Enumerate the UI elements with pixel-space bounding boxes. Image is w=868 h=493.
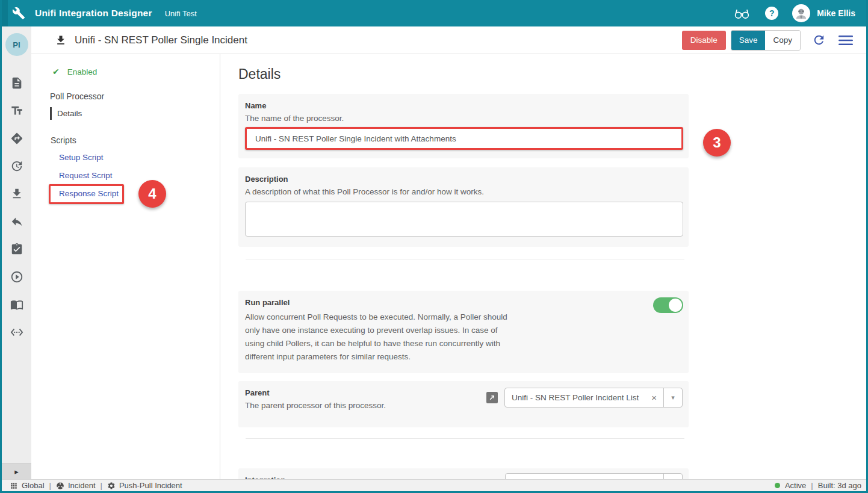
hamburger-menu-icon[interactable] — [838, 34, 854, 46]
disable-button[interactable]: Disable — [682, 31, 726, 50]
incident-icon — [56, 482, 64, 490]
toggle-knob — [669, 299, 682, 312]
integration-avatar[interactable]: PI — [5, 33, 28, 56]
section-divider — [246, 438, 684, 439]
nav-section-poll-processor: Poll Processor — [50, 91, 104, 101]
download-icon[interactable] — [10, 187, 23, 200]
directions-icon[interactable] — [10, 132, 23, 145]
collapse-arrow-icon: ▸ — [14, 467, 19, 476]
nav-item-setup-script[interactable]: Setup Script — [59, 153, 104, 162]
gear-icon — [107, 482, 116, 490]
active-indicator-bar — [50, 107, 52, 120]
poller-download-icon — [55, 34, 67, 46]
wrench-logo-icon — [12, 7, 25, 20]
glasses-icon[interactable] — [733, 5, 751, 21]
save-button[interactable]: Save — [731, 31, 766, 50]
header-left-strip — [2, 0, 8, 26]
section-divider — [246, 259, 684, 259]
separator: | — [49, 481, 51, 490]
history-update-icon[interactable] — [10, 160, 23, 173]
unifi-integration-designer-window: Unifi Integration Designer Unifi Test ? — [0, 0, 868, 493]
integration-select[interactable]: ▾ — [505, 473, 683, 479]
play-circle-icon[interactable] — [10, 270, 23, 284]
description-textarea[interactable] — [245, 202, 683, 237]
enabled-label: Enabled — [67, 67, 98, 76]
field-card-parent: Parent The parent processor of this proc… — [238, 381, 689, 427]
field-card-name: Name The name of the processor. — [238, 94, 689, 158]
clear-icon[interactable]: × — [651, 392, 657, 403]
nav-section-scripts: Scripts — [51, 135, 76, 145]
app-subtitle: Unifi Test — [165, 9, 197, 18]
code-icon[interactable] — [10, 326, 23, 339]
user-name[interactable]: Mike Ellis — [817, 8, 855, 18]
app-title: Unifi Integration Designer — [35, 8, 152, 19]
copy-button[interactable]: Copy — [765, 31, 800, 50]
separator: | — [811, 481, 813, 490]
reply-icon[interactable] — [10, 215, 23, 228]
main-panel: Details Name The name of the processor. … — [221, 54, 866, 479]
annotation-box-name-input — [245, 127, 683, 150]
scope-global[interactable]: Global — [10, 481, 45, 490]
field-card-run-parallel: Run parallel Allow concurrent Poll Reque… — [238, 291, 689, 373]
run-parallel-description: Allow concurrent Poll Requests to be exe… — [245, 311, 519, 364]
apps-grid-icon — [10, 482, 18, 490]
caret-down-icon[interactable]: ▾ — [663, 388, 682, 407]
scope-incident[interactable]: Incident — [56, 481, 96, 490]
page-title: Details — [238, 66, 866, 82]
name-label: Name — [245, 101, 683, 110]
nav-panel: ✔ Enabled Poll Processor Details Scripts… — [31, 54, 220, 479]
annotation-step-3: 3 — [703, 129, 731, 157]
book-icon[interactable] — [10, 298, 23, 311]
name-description: The name of the processor. — [245, 114, 683, 123]
annotation-step-4: 4 — [138, 180, 166, 208]
scope-push-pull-incident[interactable]: Push-Pull Incident — [107, 481, 182, 490]
parent-value: Unifi - SN REST Poller Incident List — [512, 393, 639, 402]
sidebar-collapse-button[interactable]: ▸ — [2, 463, 31, 479]
description-label: Description — [245, 175, 683, 184]
active-status-dot — [775, 483, 780, 488]
annotation-box-response-script — [49, 184, 124, 204]
app-header: Unifi Integration Designer Unifi Test ? — [2, 0, 866, 26]
open-record-icon[interactable] — [486, 392, 498, 403]
status-bar: Global | Incident | Push-Pull Incident A… — [2, 479, 866, 491]
caret-down-icon[interactable]: ▾ — [663, 474, 682, 479]
parent-select[interactable]: Unifi - SN REST Poller Incident List × ▾ — [504, 388, 683, 408]
document-toolbar: Unifi - SN REST Poller Single Incident D… — [31, 26, 866, 54]
refresh-icon[interactable] — [812, 33, 826, 47]
field-card-integration: Integration ▾ — [238, 468, 689, 479]
tasks-check-icon[interactable] — [10, 243, 23, 256]
icon-sidebar: PI ▸ — [2, 26, 31, 479]
active-label: Active — [785, 481, 806, 490]
check-icon: ✔ — [52, 67, 60, 76]
built-label: Built: 3d ago — [818, 481, 861, 490]
text-fields-icon[interactable] — [10, 104, 23, 117]
nav-item-request-script[interactable]: Request Script — [59, 171, 113, 180]
document-icon[interactable] — [10, 76, 23, 90]
integration-value — [506, 474, 663, 479]
enabled-status[interactable]: ✔ Enabled — [52, 67, 97, 76]
user-avatar[interactable] — [792, 4, 810, 22]
name-input[interactable] — [247, 129, 681, 148]
description-description: A description of what this Poll Processo… — [245, 187, 683, 196]
field-card-description: Description A description of what this P… — [238, 167, 689, 247]
nav-item-details[interactable]: Details — [50, 107, 82, 120]
separator: | — [101, 481, 102, 490]
run-parallel-toggle[interactable] — [653, 297, 683, 313]
help-icon[interactable]: ? — [765, 7, 778, 20]
document-title: Unifi - SN REST Poller Single Incident — [75, 34, 247, 46]
run-parallel-label: Run parallel — [245, 298, 683, 307]
